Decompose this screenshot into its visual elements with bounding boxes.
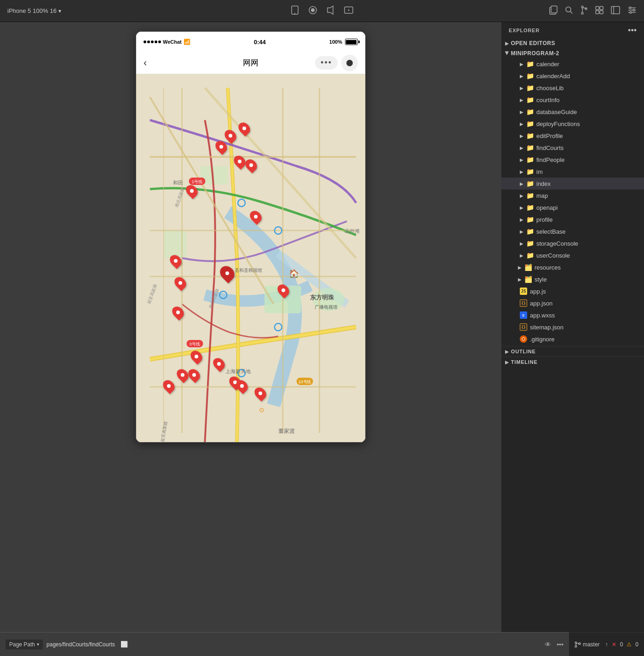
copy-icon[interactable] <box>549 6 558 17</box>
folder-label-deployfunctions: deployFunctions <box>536 121 580 127</box>
explorer-pane: EXPLORER ••• ▶ OPEN EDITORS ▶ MINIPROGRA… <box>501 22 644 632</box>
branch-icon[interactable] <box>581 6 588 17</box>
map-pin-10 <box>175 276 185 289</box>
git-error-icon: ✕ <box>612 641 616 648</box>
map-pin-2 <box>239 122 249 135</box>
page-path-label[interactable]: Page Path ▾ <box>6 639 43 650</box>
audio-icon[interactable] <box>327 6 335 17</box>
miniprogram-label: MINIPROGRAM-2 <box>511 50 559 57</box>
folder-label-userconsole: userConsole <box>536 252 570 259</box>
folder-icon-profile: 📁 <box>526 216 534 223</box>
dropdown-arrow-icon[interactable]: ▾ <box>58 8 61 14</box>
databaseguide-chevron: ▶ <box>520 109 523 115</box>
panels-icon[interactable] <box>611 6 620 16</box>
settings-icon[interactable] <box>627 6 637 17</box>
record-button[interactable] <box>341 55 358 71</box>
map-area[interactable]: 1号线 10号线 0号线 和田 南北高架路 南北高架路 北外滩 东方明珠 广播电… <box>136 74 365 442</box>
folder-label-editprofile: editProfile <box>536 132 563 139</box>
phone-icon[interactable] <box>291 6 299 17</box>
folder-label-index: index <box>536 180 551 187</box>
json-icon-sitemapjson: {} <box>520 323 527 331</box>
more-options-icon[interactable]: ••• <box>557 641 564 648</box>
git-indicators: ↑ ✕ 0 ⚠ 0 <box>605 641 638 648</box>
miniprogram-chevron: ▶ <box>505 52 510 56</box>
map-pin-4 <box>235 155 245 168</box>
folder-item-storageconsole[interactable]: ▶ 📁 storageConsole <box>501 237 644 249</box>
folder-icon-databaseguide: 📁 <box>526 108 534 115</box>
battery-percent: 100% <box>329 39 342 45</box>
page-path-dropdown[interactable]: ▾ <box>37 642 39 647</box>
back-button[interactable]: ‹ <box>144 57 147 69</box>
folder-label-courtinfo: courtInfo <box>536 97 560 104</box>
timeline-header[interactable]: ▶ TIMELINE <box>501 357 644 367</box>
folder-item-resources[interactable]: ▶ 🗂️ resources <box>501 261 644 273</box>
folder-item-editprofile[interactable]: ▶ 📁 editProfile <box>501 130 644 142</box>
folder-item-im[interactable]: ▶ 📁 im <box>501 166 644 178</box>
record-icon[interactable] <box>308 6 317 17</box>
folder-icon-deployfunctions: 📁 <box>526 120 534 127</box>
folder-icon-map: 📁 <box>526 192 534 199</box>
folder-item-calenderadd[interactable]: ▶ 📁 calenderAdd <box>501 70 644 82</box>
folder-item-index[interactable]: ▶ 📁 index <box>501 178 644 190</box>
miniprogram-header[interactable]: ▶ MINIPROGRAM-2 <box>501 49 644 58</box>
file-item-gitignore[interactable]: ⬡ .gitignore <box>501 333 644 345</box>
open-editors-header[interactable]: ▶ OPEN EDITORS <box>501 39 644 48</box>
explorer-more-button[interactable]: ••• <box>628 26 637 35</box>
search-icon[interactable] <box>565 6 573 16</box>
folder-item-style[interactable]: ▶ 🗂️ style <box>501 273 644 285</box>
eye-icon[interactable]: 👁 <box>545 641 551 648</box>
file-item-appjs[interactable]: JS app.js <box>501 285 644 297</box>
file-item-sitemapjson[interactable]: {} sitemap.json <box>501 321 644 333</box>
toolbar-center <box>291 6 353 17</box>
phone-time: 0:44 <box>254 39 266 46</box>
file-item-appjson[interactable]: {} app.json <box>501 297 644 309</box>
map-pin-5 <box>246 159 256 172</box>
zoom-label: 100% <box>33 7 48 14</box>
js-icon-appjs: JS <box>520 288 527 295</box>
style-chevron: ▶ <box>518 277 522 282</box>
folder-item-openapi[interactable]: ▶ 📁 openapi <box>501 201 644 213</box>
carrier-label: WeChat <box>163 39 182 45</box>
svg-point-6 <box>348 9 350 11</box>
folder-item-deployfunctions[interactable]: ▶ 📁 deployFunctions <box>501 118 644 130</box>
svg-rect-15 <box>600 6 603 10</box>
storageconsole-chevron: ▶ <box>520 241 523 246</box>
folder-item-userconsole[interactable]: ▶ 📁 userConsole <box>501 249 644 261</box>
simulator-status-bar: Page Path ▾ pages/findCourts/findCourts … <box>0 632 569 656</box>
folder-icon-findpeople: 📁 <box>526 156 534 163</box>
folder-item-findpeople[interactable]: ▶ 📁 findPeople <box>501 154 644 166</box>
app-header: ‹ 网网 ••• <box>136 52 365 74</box>
phone-status-bar: WeChat 📶 0:44 100% <box>136 32 365 52</box>
git-branch[interactable]: master <box>575 641 600 648</box>
folder-item-chooselib[interactable]: ▶ 📁 chooseLib <box>501 82 644 94</box>
outline-header[interactable]: ▶ OUTLINE <box>501 346 644 357</box>
more-options-button[interactable]: ••• <box>315 56 338 69</box>
folder-icon-resources: 🗂️ <box>524 264 532 271</box>
folder-item-courtinfo[interactable]: ▶ 📁 courtInfo <box>501 94 644 106</box>
folder-label-findpeople: findPeople <box>536 156 564 163</box>
folder-label-storageconsole: storageConsole <box>536 240 578 247</box>
selectbase-chevron: ▶ <box>520 229 523 234</box>
outline-label: OUTLINE <box>511 349 536 354</box>
branch-name: master <box>583 641 600 648</box>
timeline-section: ▶ TIMELINE <box>501 357 644 367</box>
open-editors-section: ▶ OPEN EDITORS <box>501 39 644 48</box>
file-item-appwxss[interactable]: ≡ app.wxss <box>501 309 644 321</box>
folder-item-map[interactable]: ▶ 📁 map <box>501 190 644 201</box>
phone-frame: WeChat 📶 0:44 100% ‹ 网网 ••• <box>136 31 366 443</box>
folder-item-findcourts[interactable]: ▶ 📁 findCourts <box>501 142 644 154</box>
page-path-copy-icon[interactable]: ⬜ <box>121 641 128 648</box>
folder-item-selectbase[interactable]: ▶ 📁 selectBase <box>501 225 644 237</box>
map-pin-7 <box>251 210 261 223</box>
folder-item-calender[interactable]: ▶ 📁 calender <box>501 58 644 70</box>
map-pin-16 <box>164 380 174 392</box>
folder-label-findcourts: findCourts <box>536 144 564 151</box>
grid-icon[interactable] <box>595 6 604 16</box>
folder-icon-chooselib: 📁 <box>526 84 534 92</box>
folder-item-profile[interactable]: ▶ 📁 profile <box>501 213 644 225</box>
folder-item-databaseguide[interactable]: ▶ 📁 databaseGuide <box>501 106 644 118</box>
git-branch-icon <box>575 641 581 648</box>
git-upload-icon[interactable]: ↑ <box>605 641 608 648</box>
tablet-icon[interactable] <box>344 6 353 16</box>
phone-status-left: WeChat 📶 <box>144 39 190 45</box>
